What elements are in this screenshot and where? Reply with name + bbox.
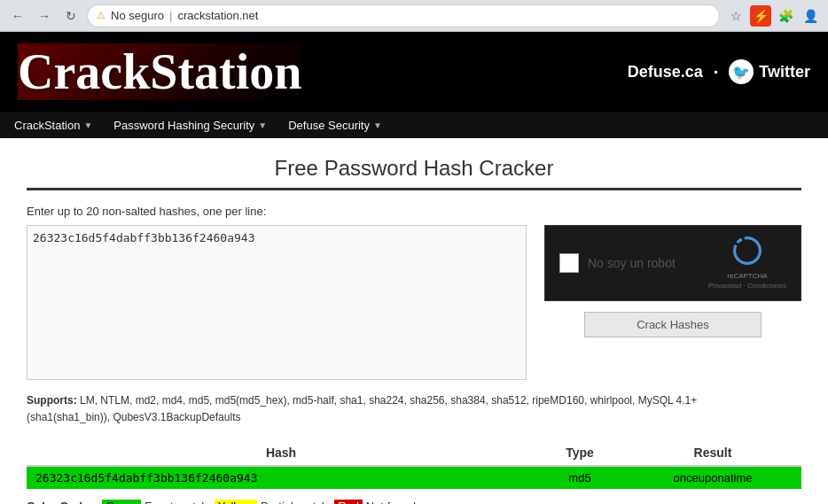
color-red-desc: Not found. — [366, 500, 419, 504]
nav-defuse-label: Defuse Security — [288, 119, 370, 132]
recaptcha-logo: reCAPTCHA Privacidad · Condiciones — [708, 236, 786, 290]
title-divider — [27, 188, 801, 190]
nav-password-hashing-label: Password Hashing Security — [113, 119, 254, 132]
captcha-label: No soy un robot — [588, 256, 699, 270]
main-area: 26323c16d5f4dabff3bb136f2460a943 No soy … — [27, 225, 801, 380]
defuse-link[interactable]: Defuse.ca — [628, 63, 703, 81]
twitter-label: Twitter — [759, 63, 810, 81]
recaptcha-brand-text: reCAPTCHA — [727, 272, 767, 280]
warning-text: No seguro — [111, 9, 164, 22]
nav-item-defuse-security[interactable]: Defuse Security ▼ — [277, 114, 393, 136]
color-yellow-badge: Yellow: — [215, 500, 258, 504]
col-hash: Hash — [27, 440, 535, 466]
supports-label: Supports: — [27, 394, 77, 407]
supports-text: Supports: LM, NTLM, md2, md4, md5, md5(m… — [27, 392, 801, 426]
color-codes: Color Codes: Green Exact match, Yellow: … — [27, 500, 801, 504]
bookmark-button[interactable]: ☆ — [725, 5, 746, 27]
color-codes-label: Color Codes: — [27, 500, 99, 504]
back-button[interactable]: ← — [7, 5, 28, 27]
crack-hashes-button[interactable]: Crack Hashes — [584, 312, 762, 337]
right-panel: No soy un robot reCAPTCHA Privacidad · C… — [544, 225, 801, 337]
twitter-link[interactable]: 🐦 Twitter — [729, 59, 810, 84]
page-title: Free Password Hash Cracker — [27, 156, 801, 181]
result-value: onceuponatime — [624, 466, 801, 489]
nav-crackstation-arrow: ▼ — [83, 120, 92, 130]
extensions-button[interactable]: 🧩 — [775, 5, 796, 27]
bird-icon: 🐦 — [732, 64, 750, 81]
extension-bolt-button[interactable]: ⚡ — [750, 5, 771, 27]
security-warning-icon: ⚠ — [97, 10, 105, 21]
col-type: Type — [535, 440, 624, 466]
site-header: CrackStation Defuse.ca · 🐦 Twitter — [0, 32, 828, 112]
url-text: crackstation.net — [177, 9, 258, 22]
page-content: Free Password Hash Cracker Enter up to 2… — [0, 138, 828, 504]
browser-actions: ☆ ⚡ 🧩 👤 — [725, 5, 821, 27]
nav-crackstation-label: CrackStation — [14, 119, 80, 132]
table-row: 26323c16d5f4dabff3bb136f2460a943 md5 onc… — [27, 466, 801, 489]
nav-item-crackstation[interactable]: CrackStation ▼ — [4, 114, 103, 136]
color-green-badge: Green — [102, 500, 141, 504]
header-right: Defuse.ca · 🐦 Twitter — [628, 59, 810, 84]
nav-defuse-arrow: ▼ — [373, 120, 382, 130]
recaptcha-links: Privacidad · Condiciones — [708, 282, 786, 290]
result-hash: 26323c16d5f4dabff3bb136f2460a943 — [27, 466, 535, 489]
forward-button[interactable]: → — [34, 5, 55, 27]
nav-password-arrow: ▼ — [258, 120, 267, 130]
hash-input[interactable]: 26323c16d5f4dabff3bb136f2460a943 — [27, 225, 527, 380]
captcha-widget[interactable]: No soy un robot reCAPTCHA Privacidad · C… — [544, 225, 801, 301]
browser-chrome: ← → ↻ ⚠ No seguro | crackstation.net ☆ ⚡… — [0, 0, 828, 32]
color-yellow-desc: Partial match, — [261, 500, 334, 504]
address-bar[interactable]: ⚠ No seguro | crackstation.net — [87, 4, 720, 27]
reload-button[interactable]: ↻ — [60, 5, 82, 27]
captcha-checkbox[interactable] — [559, 253, 579, 273]
result-type: md5 — [535, 466, 624, 489]
results-section: Hash Type Result 26323c16d5f4dabff3bb136… — [27, 440, 801, 489]
color-green-desc: Exact match, — [145, 500, 215, 504]
color-red-badge: Red — [334, 500, 363, 504]
site-logo[interactable]: CrackStation — [18, 43, 301, 100]
supports-list: LM, NTLM, md2, md4, md5, md5(md5_hex), m… — [27, 394, 697, 423]
account-button[interactable]: 👤 — [800, 5, 821, 27]
header-separator: · — [714, 62, 719, 82]
nav-bar: CrackStation ▼ Password Hashing Security… — [0, 112, 828, 138]
results-table: Hash Type Result 26323c16d5f4dabff3bb136… — [27, 440, 801, 489]
logo-wrapper: CrackStation — [18, 43, 301, 100]
twitter-bird-icon: 🐦 — [729, 59, 754, 84]
col-result: Result — [624, 440, 801, 466]
nav-item-password-hashing[interactable]: Password Hashing Security ▼ — [103, 114, 277, 136]
input-label: Enter up to 20 non-salted hashes, one pe… — [27, 205, 801, 218]
recaptcha-icon — [733, 236, 762, 270]
